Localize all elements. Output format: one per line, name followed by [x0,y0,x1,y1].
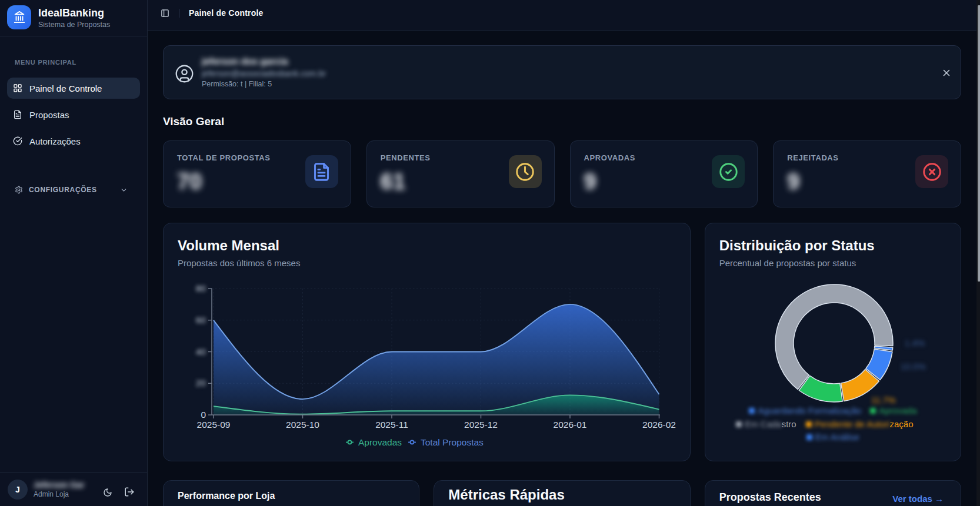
svg-text:2025-10: 2025-10 [286,420,319,430]
svg-text:1.4%: 1.4% [905,338,925,348]
svg-text:Total Propostas: Total Propostas [421,437,484,447]
svg-text:2026-02: 2026-02 [642,420,676,430]
svg-text:2025-12: 2025-12 [464,420,498,430]
svg-text:20: 20 [196,378,206,388]
svg-text:Aprovadas: Aprovadas [358,437,402,447]
svg-text:60: 60 [196,315,206,325]
svg-text:11.7%: 11.7% [871,395,895,405]
svg-text:2025-09: 2025-09 [197,420,231,430]
svg-text:80: 80 [196,283,206,293]
svg-text:40: 40 [196,347,206,357]
svg-text:2026-01: 2026-01 [554,420,587,430]
svg-text:2025-11: 2025-11 [375,420,408,430]
svg-text:10.0%: 10.0% [901,361,926,371]
svg-text:0: 0 [201,410,206,420]
